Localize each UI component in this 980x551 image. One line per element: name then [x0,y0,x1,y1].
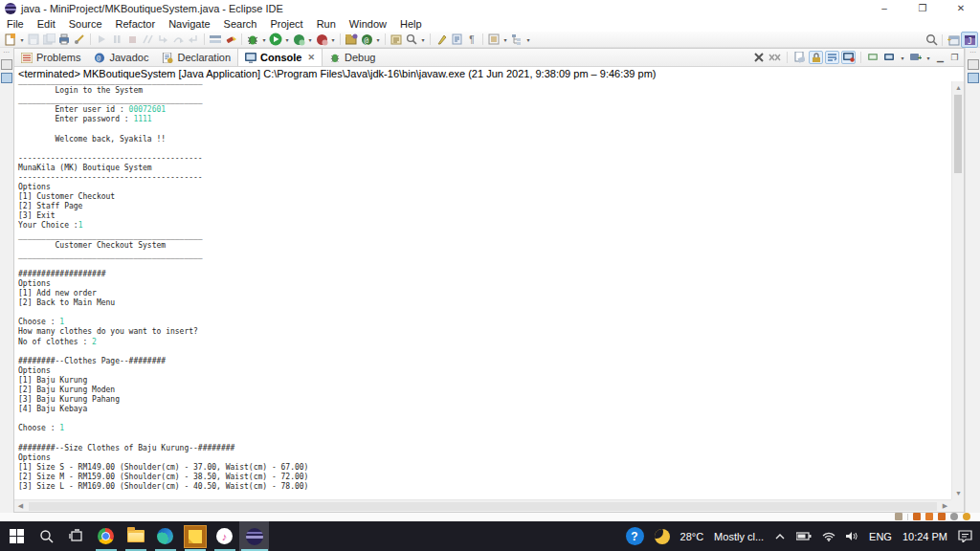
language-indicator[interactable]: ENG [869,531,892,542]
debug-dropdown[interactable]: ▾ [260,36,268,43]
pin-console-icon[interactable] [866,51,880,64]
menu-edit[interactable]: Edit [31,18,62,30]
annotations-dropdown[interactable]: ▾ [501,36,509,43]
file-explorer-taskbar-button[interactable] [121,521,150,551]
mark-occurrences-icon[interactable] [434,33,449,47]
hierarchy-dropdown[interactable]: ▾ [524,36,532,43]
menu-source[interactable]: Source [62,18,109,30]
terminate-launch-icon[interactable] [751,51,766,64]
menu-help[interactable]: Help [393,18,429,30]
close-console-tab-icon[interactable]: ✕ [308,53,316,62]
step-into-icon[interactable] [155,33,170,47]
minimize-view-icon[interactable]: ▁ [934,53,947,62]
restore-view-icon[interactable] [1,59,12,70]
tab-debug[interactable]: Debug [323,49,382,66]
step-return-icon[interactable] [186,33,201,47]
itunes-taskbar-button[interactable]: ♪ [210,521,239,551]
scroll-lock-icon[interactable] [809,51,823,64]
open-task-icon[interactable] [389,33,404,47]
tab-console[interactable]: Console ✕ [237,49,323,66]
minimized-editor-icon[interactable] [968,73,979,83]
tab-javadoc[interactable]: @ Javadoc [87,49,155,66]
console-output[interactable]: ________________________________________… [14,81,951,499]
annotations-icon[interactable] [486,33,501,47]
link-editor-icon[interactable] [72,33,87,47]
clear-console-icon[interactable] [792,51,807,64]
edge-taskbar-button[interactable] [150,521,180,551]
close-button[interactable]: ✕ [942,0,980,16]
menu-file[interactable]: File [0,18,31,30]
menu-run[interactable]: Run [310,18,343,30]
minimize-button[interactable]: – [865,0,903,16]
profile-dropdown[interactable]: ▾ [329,36,337,43]
edit-status-icon[interactable] [938,513,946,520]
maximize-view-icon[interactable]: ❐ [948,53,961,62]
start-button[interactable] [2,521,32,551]
settings-status-icon[interactable] [950,513,958,520]
menu-refactor[interactable]: Refactor [109,18,163,30]
open-type-icon[interactable]: @ [359,33,374,47]
hierarchy-icon[interactable] [509,33,524,47]
horizontal-scroll-thumb[interactable] [29,502,937,511]
new-wizard-dropdown[interactable]: ▾ [18,36,26,43]
open-type-dropdown[interactable]: ▾ [374,36,382,43]
suspend-icon[interactable] [109,33,124,47]
vertical-scroll-thumb[interactable] [954,95,962,173]
profile-icon[interactable] [314,33,329,47]
new-java-project-icon[interactable] [344,33,359,47]
scroll-down-arrow[interactable]: ▼ [952,487,965,499]
save-icon[interactable] [26,33,41,47]
new-wizard-icon[interactable] [3,33,18,47]
menu-project[interactable]: Project [263,18,309,30]
print-icon[interactable] [56,33,72,47]
chevron-up-icon[interactable] [774,533,786,540]
tutorials-status-icon[interactable] [925,513,933,520]
volume-icon[interactable] [846,531,858,541]
vertical-scrollbar[interactable]: ▲ ▼ [951,81,964,499]
restore-views-icon[interactable] [968,59,979,70]
external-tools-icon[interactable] [223,33,238,47]
disconnect-icon[interactable] [140,33,155,47]
open-console-icon[interactable]: + [908,51,923,64]
menu-navigate[interactable]: Navigate [162,18,216,30]
terminate-icon[interactable] [124,33,140,47]
sticky-notes-taskbar-button[interactable] [180,521,210,551]
quick-search-icon[interactable] [924,33,939,47]
tab-declaration[interactable]: Declaration [155,49,237,66]
run-dropdown[interactable]: ▾ [283,36,291,43]
run-icon[interactable] [268,33,283,47]
java-perspective-icon[interactable]: J [961,32,978,48]
remove-terminated-icon[interactable] [768,51,782,64]
weather-temperature[interactable]: 28°C [680,531,704,542]
debug-icon[interactable] [245,33,260,47]
weather-moon-icon[interactable] [655,529,670,544]
word-wrap-icon[interactable] [825,51,839,64]
display-console-icon[interactable] [882,51,897,64]
action-center-icon[interactable] [958,530,972,542]
menu-search[interactable]: Search [217,18,264,30]
display-console-dropdown[interactable]: ▾ [899,55,906,61]
step-over-icon[interactable] [170,33,186,47]
task-view-button[interactable] [61,521,91,551]
tips-status-icon[interactable] [963,513,970,520]
chrome-taskbar-button[interactable] [91,521,121,551]
docs-status-icon[interactable] [913,513,921,520]
minimized-view-icon[interactable] [1,73,12,83]
format-icon[interactable] [449,33,464,47]
battery-icon[interactable] [796,532,812,540]
show-whitespace-icon[interactable]: ¶ [464,33,479,47]
scroll-up-arrow[interactable]: ▲ [952,81,965,94]
scroll-left-arrow[interactable]: ◀ [14,500,27,513]
search-dropdown[interactable]: ▾ [419,36,427,43]
wifi-icon[interactable] [822,532,835,541]
taskbar-search-button[interactable] [32,521,61,551]
horizontal-scrollbar[interactable]: ◀ ▶ [14,499,951,512]
tab-problems[interactable]: Problems [14,49,87,66]
open-perspective-icon[interactable]: + [946,33,961,47]
eclipse-taskbar-button[interactable] [239,521,269,551]
coverage-icon[interactable] [291,33,306,47]
smartcard-status-icon[interactable] [895,513,902,520]
search-toolbar-icon[interactable] [404,33,419,47]
show-console-icon[interactable] [208,33,223,47]
resume-icon[interactable] [94,33,109,47]
